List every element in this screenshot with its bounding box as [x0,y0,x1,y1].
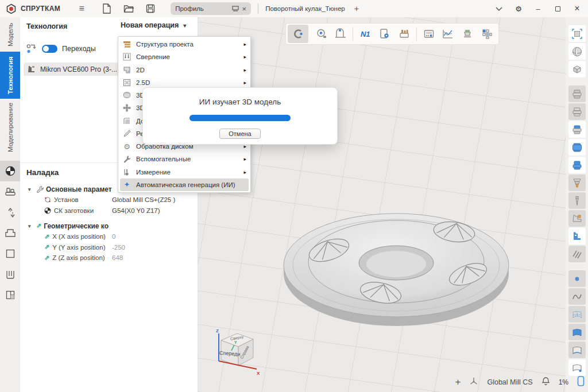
workpiece-button[interactable] [0,223,20,243]
tab-profile[interactable]: Профиль × [171,2,251,15]
cube-y-axis-label: Y [234,340,237,344]
machine-view-button[interactable] [568,228,586,244]
toolpath-hatch-button[interactable] [568,246,586,262]
new-operation-dropdown[interactable]: Новая операция ▾ [121,21,186,29]
main-menu-button[interactable]: ≡ [74,2,89,15]
new-file-button[interactable] [99,2,114,15]
tool-crib-button[interactable] [394,25,414,43]
tab-modeling[interactable]: Моделирование [0,99,20,156]
transform-button[interactable] [0,202,20,223]
mesh-surface-button[interactable] [568,306,586,323]
machine-head-button[interactable] [568,210,586,227]
stock-top-blue-button[interactable] [568,121,586,138]
setup-tree: ▾ Основные парамет Установ Global Mill C… [20,184,198,263]
chevron-down-icon[interactable]: ▾ [28,223,34,229]
chevron-down-icon[interactable]: ▾ [28,187,34,192]
surface-outline-button[interactable] [568,341,586,358]
simulation-camera-button[interactable] [312,25,331,43]
curve-display-button[interactable] [568,288,586,305]
battery-indicator-icon[interactable] [577,375,585,389]
submenu-arrow-icon: ▸ [243,54,246,60]
tree-section-geometry[interactable]: ▾ ⇗ Геометрические ко [20,220,198,231]
menu-item-ai-generation[interactable]: ✦ Автоматическая генерация (ИИ) [120,178,249,191]
surface-point-button[interactable] [568,359,586,376]
menu-item-measurement[interactable]: Измерение ▸ [118,166,250,178]
float-window-icon[interactable] [232,3,239,14]
stock-solid-button[interactable] [568,86,586,102]
tree-row-setup[interactable]: Установ Global Mill CS+(Z25 ) [20,195,198,205]
add-cs-button[interactable]: + [455,377,461,388]
graph-analysis-button[interactable] [439,25,458,43]
tree-row-x-axis[interactable]: ⇗X (X axis position) 0 [20,231,198,242]
3d-viewport[interactable]: N1 Сверху [198,17,566,392]
tab-technology[interactable]: Технология [0,52,20,99]
wireframe-box-button[interactable] [568,61,586,77]
minimize-button[interactable]: – [531,2,546,15]
y-axis-value: -250 [112,244,125,251]
lifebuoy-3d-model[interactable] [278,202,514,337]
layout-split-button[interactable] [0,285,20,305]
datum-cs-button[interactable] [0,161,20,181]
vise-button[interactable] [0,264,20,285]
drill-tool-button[interactable] [568,192,586,209]
part-box-button[interactable] [0,243,20,264]
pen-icon [122,129,131,138]
gcode-n1-button[interactable]: N1 [355,25,375,43]
open-file-button[interactable] [121,2,136,15]
transitions-icon [26,43,37,55]
collapse-chevron-icon[interactable] [492,2,506,15]
fit-selection-button[interactable] [568,25,586,42]
stock-outline-button[interactable] [568,103,586,120]
maximize-button[interactable] [550,2,565,15]
notifications-bell-icon[interactable] [541,377,550,388]
active-cs-label[interactable]: Global Mill CS [487,378,532,386]
point-display-button[interactable] [568,270,586,287]
tab-profile-close-icon[interactable]: × [242,5,247,13]
sprutcam-logo-icon [6,3,17,14]
setup-icon [44,196,51,203]
stock-cs-value: G54(X0 Y0 Z17) [112,207,160,214]
close-window-button[interactable]: × [570,2,585,15]
corner-machining-icon [122,117,131,126]
tree-row-z-axis[interactable]: ⇗Z (Z axis position) 648 [20,253,198,263]
progress-percent-label: 1% [559,378,568,386]
orientation-cube[interactable]: Сверху Спереди Справа Z X Y [208,327,261,376]
tree-row-stock-cs[interactable]: СК заготовки G54(X0 Y0 Z17) [20,205,198,216]
diagonal-arrow-icon: ⇗ [44,254,49,262]
menu-item-project-structure[interactable]: Структура проекта ▸ [118,38,250,51]
shaded-view-button[interactable] [568,43,586,60]
tab-model[interactable]: Модель [0,17,20,52]
2d-machining-icon [122,65,131,75]
tool-holder-button[interactable] [458,25,477,43]
block-blue-band-button[interactable] [568,157,586,173]
coordinate-system-icon [469,377,478,388]
new-tab-button[interactable]: + [354,4,359,13]
status-bar: + Global Mill CS 1% [455,375,585,389]
title-bar: СПРУТКАМ ≡ Профиль × Поворотный кулак_Тю… [0,0,588,17]
control-panel-button[interactable] [419,25,439,43]
block-blue-button[interactable] [568,139,586,156]
diagonal-arrow-icon: ⇗ [44,233,49,240]
tab-povorotny-kulak[interactable]: Поворотный кулак_Тюнер [265,5,345,12]
menu-item-auxiliary[interactable]: Вспомогательные ▸ [118,153,250,165]
block-structure-button[interactable] [477,25,497,43]
save-button[interactable] [143,2,158,15]
machine-label: Mikron VCE600 Pro (3-... [40,65,117,73]
surface-shaded-button[interactable] [568,324,586,340]
menu-item-drilling[interactable]: Сверление ▸ [118,51,250,63]
operation-settings-button[interactable] [375,25,394,43]
fixtures-button[interactable] [0,181,20,202]
tree-row-y-axis[interactable]: ⇗Y (Y axis position) -250 [20,242,198,253]
ai-progress-dialog: ИИ изучает 3D модель Отмена [142,87,338,145]
transitions-toggle[interactable] [42,45,57,53]
tool-holder-orange-button[interactable] [568,174,586,191]
settings-gear-icon[interactable]: ⚙ [511,2,526,15]
datum-icon [44,207,51,214]
submenu-arrow-icon: ▸ [243,169,246,175]
menu-item-2d[interactable]: 2D ▸ [118,64,250,76]
cancel-button[interactable]: Отмена [219,129,261,139]
magnet-snap-button[interactable] [288,25,308,43]
machine-simulation-button[interactable] [331,25,351,43]
panel-title: Технология [26,22,67,30]
right-view-strip [566,17,588,392]
